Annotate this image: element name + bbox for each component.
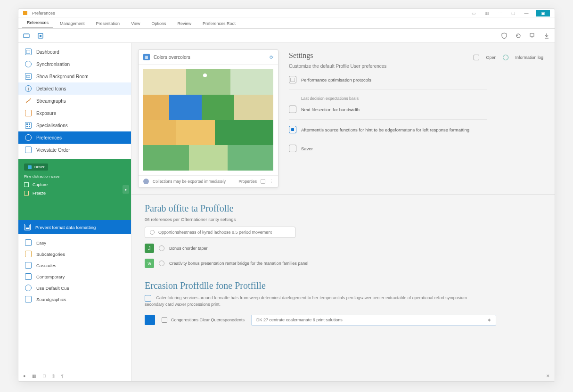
app-window: Preferences ▭ ▥ ⋯ ▢ — ▣ References Manag…: [18, 8, 555, 382]
svg-rect-3: [530, 33, 534, 36]
check-line[interactable]: Congerestions Clear Queresponedents: [162, 317, 245, 323]
svg-rect-4: [26, 50, 30, 54]
chip-b-label: Creativity bonus presentation renter bri…: [169, 261, 308, 266]
info-icon: [503, 55, 508, 60]
green-label: Freeze: [33, 191, 46, 196]
sidebar-item-sync[interactable]: Synchronisation: [18, 58, 131, 70]
preview-card: ▦ Colors overcolors ⟳: [138, 49, 278, 188]
ribbon-icon-download[interactable]: [543, 33, 550, 39]
ribbon-tabs: References Management Presentation View …: [18, 17, 555, 29]
ribbon-icon-shield[interactable]: [501, 33, 508, 39]
sidebar-item-easy[interactable]: Easy: [18, 237, 131, 248]
sidebar-item-sound[interactable]: Soundgraphics: [18, 294, 131, 305]
square-icon: [25, 147, 32, 153]
titlebar-btn-1[interactable]: ▭: [470, 10, 477, 16]
status-box-icon[interactable]: □: [43, 374, 45, 378]
refresh-icon[interactable]: ⟳: [270, 55, 273, 60]
tab-3[interactable]: View: [126, 19, 145, 28]
bluebox-icon[interactable]: [145, 315, 155, 325]
green-item-capture[interactable]: Capture: [24, 182, 125, 187]
radio-icon[interactable]: [159, 245, 164, 251]
tab-1[interactable]: Management: [55, 19, 90, 28]
sidebar-item-stream[interactable]: Streamgraphs: [18, 95, 131, 107]
section2-lastrow: Congerestions Clear Queresponedents DK 2…: [145, 315, 541, 326]
cube-icon: [25, 273, 32, 280]
sidebar-bluebar[interactable]: Prevent format data formatting: [18, 220, 131, 234]
section2-input[interactable]: DK 27 centrate coalermanate 6 print solu…: [251, 315, 496, 326]
save-icon: [24, 224, 31, 230]
status-dot-icon[interactable]: ●: [23, 374, 25, 378]
svg-rect-12: [26, 228, 29, 229]
capture-icon: [24, 182, 29, 187]
sidebar-item-contemp[interactable]: Contemporary: [18, 271, 131, 282]
status-close-icon[interactable]: ✕: [546, 374, 550, 378]
sidebar-label: Subcategories: [36, 252, 65, 257]
green-expand-icon[interactable]: ▸: [123, 185, 129, 194]
sidebar-item-dashboard[interactable]: Dashboard: [18, 46, 131, 58]
preview-foot-box1[interactable]: [261, 179, 265, 184]
sidebar-item-viewstate[interactable]: Viewstate Order: [18, 144, 131, 156]
titlebar-btn-3[interactable]: ⋯: [496, 10, 504, 16]
preview-foot-more[interactable]: ⋮: [269, 179, 273, 184]
sidebar-item-preferences[interactable]: Preferences: [18, 131, 131, 144]
chip-a-icon[interactable]: J: [145, 244, 154, 253]
tab-6[interactable]: Preferences Root: [198, 19, 240, 28]
ribbon-icon-badge[interactable]: [37, 33, 44, 39]
checkbox-icon[interactable]: [162, 317, 167, 323]
tab-5[interactable]: Review: [173, 19, 196, 28]
card-icon: [289, 106, 296, 113]
setting-row-2[interactable]: Next filesection for bandwidth: [289, 103, 543, 115]
titlebar-btn-4[interactable]: ▢: [509, 10, 517, 16]
info-button[interactable]: Information log: [515, 55, 543, 60]
sidebar-label: Synchronisation: [36, 62, 70, 67]
titlebar-btn-5[interactable]: —: [523, 10, 530, 16]
sidebar-label: Contemporary: [36, 274, 65, 279]
sidebar-item-defcue[interactable]: Use Default Cue: [18, 282, 131, 294]
green-chip[interactable]: Driver: [24, 163, 48, 171]
sidebar-label: Specialisations: [36, 123, 68, 128]
tab-2[interactable]: Presentation: [91, 19, 125, 28]
svg-rect-5: [26, 75, 30, 78]
section1-input[interactable]: Opportionsheetness of kyred lachoose 8.5…: [145, 227, 295, 238]
sidebar-group-1: Dashboard Synchronisation Show Backgroun…: [18, 43, 131, 159]
doc-icon: [25, 239, 32, 246]
sidebar-item-exposure[interactable]: Exposure: [18, 107, 131, 119]
sidebar: Dashboard Synchronisation Show Backgroun…: [18, 43, 131, 381]
preview-title: Colors overcolors: [154, 55, 190, 60]
setting-row-0[interactable]: Performance optimisation protocols: [289, 74, 543, 86]
main-area: ▦ Colors overcolors ⟳: [131, 43, 555, 381]
sidebar-item-bgroom[interactable]: Show Background Room: [18, 70, 131, 82]
titlebar-btn-app[interactable]: ▣: [536, 10, 550, 16]
chip-b-icon[interactable]: w: [145, 259, 154, 268]
ribbon-icon-paint[interactable]: [529, 33, 536, 39]
radio-icon[interactable]: [159, 261, 164, 266]
preview-foot-right[interactable]: Properties: [238, 179, 257, 184]
green-item-freeze[interactable]: Freeze: [24, 191, 125, 196]
sidebar-label: Show Background Room: [36, 74, 89, 79]
sidebar-item-subcat[interactable]: Subcategories: [18, 248, 131, 260]
setting-label: Next filesection for bandwidth: [301, 107, 360, 112]
open-button[interactable]: Open: [486, 55, 496, 60]
sidebar-group-2: Easy Subcategories Cascades Contemporary…: [18, 234, 131, 308]
grid-icon: [25, 122, 32, 129]
ribbon-icon-refresh[interactable]: [515, 33, 522, 39]
status-grid-icon[interactable]: ▦: [32, 374, 36, 378]
sidebar-item-detailed[interactable]: iDetailed Icons: [18, 82, 131, 95]
preview-art: [143, 69, 273, 171]
ribbon-icon-card[interactable]: [23, 33, 30, 39]
sidebar-item-special[interactable]: Specialisations: [18, 119, 131, 131]
titlebar-btn-2[interactable]: ▥: [483, 10, 491, 16]
tab-4[interactable]: Options: [147, 19, 171, 28]
section2-desc-text: Catenfotoring services around formatte h…: [145, 295, 467, 307]
tab-0[interactable]: References: [22, 18, 53, 28]
sidebar-label: Use Default Cue: [36, 286, 69, 291]
setting-row-3[interactable]: Aftermentis source functions for hint to…: [289, 123, 543, 136]
status-para-icon[interactable]: ¶: [61, 374, 64, 378]
window-title: Preferences: [32, 11, 55, 16]
setting-row-4[interactable]: Saver: [289, 142, 543, 155]
setting-row-1[interactable]: Last decision expectations basis: [289, 94, 543, 103]
sidebar-item-cascades[interactable]: Cascades: [18, 260, 131, 271]
status-section-icon[interactable]: §: [52, 374, 55, 378]
open-icon: [474, 55, 479, 60]
section2-title: Ercasion Proffdlle fone Protfille: [145, 280, 541, 291]
